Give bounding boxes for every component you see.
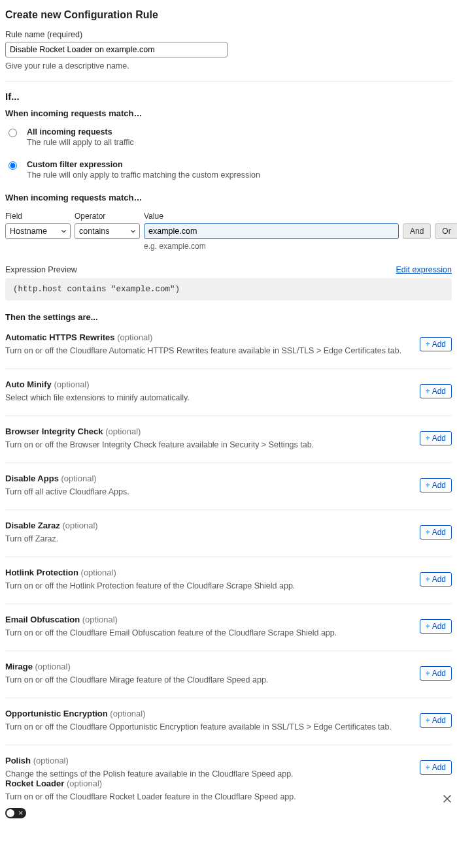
radio-all-requests[interactable]: [8, 129, 17, 137]
setting-desc: Change the settings of the Polish featur…: [5, 769, 407, 779]
add-button[interactable]: + Add: [420, 666, 452, 681]
setting-row: Opportunistic Encryption (optional)Turn …: [5, 709, 452, 745]
setting-desc: Turn on or off the Browser Integrity Che…: [5, 440, 407, 449]
radio-all-desc: The rule will apply to all traffic: [27, 138, 134, 147]
add-button[interactable]: + Add: [420, 619, 452, 634]
radio-custom-filter[interactable]: [8, 161, 17, 170]
add-button[interactable]: + Add: [420, 713, 452, 728]
setting-desc: Turn on or off the Hotlink Protection fe…: [5, 581, 407, 590]
optional-label: (optional): [80, 615, 118, 624]
setting-row: Auto Minify (optional)Select which file …: [5, 379, 452, 416]
if-heading: If...: [5, 91, 452, 102]
setting-desc: Select which file extensions to minify a…: [5, 393, 407, 402]
add-button[interactable]: + Add: [420, 760, 452, 775]
expression-preview-label: Expression Preview: [5, 265, 77, 274]
value-helper: e.g. example.com: [144, 242, 399, 251]
rocket-loader-toggle[interactable]: ✕: [5, 808, 26, 818]
field-select-value: Hostname: [10, 227, 47, 236]
value-label: Value: [144, 212, 399, 221]
edit-expression-link[interactable]: Edit expression: [396, 265, 452, 274]
setting-title: Browser Integrity Check: [5, 426, 103, 436]
or-button[interactable]: Or: [435, 223, 457, 239]
rule-name-helper: Give your rule a descriptive name.: [5, 61, 452, 71]
add-button[interactable]: + Add: [420, 337, 452, 351]
optional-label: (optional): [31, 756, 69, 765]
operator-select[interactable]: contains: [75, 223, 140, 239]
optional-label: (optional): [60, 521, 98, 530]
optional-label: (optional): [64, 779, 102, 788]
setting-row: Polish (optional)Change the settings of …: [5, 756, 452, 779]
setting-row: Disable Apps (optional)Turn off all acti…: [5, 474, 452, 510]
add-button[interactable]: + Add: [420, 431, 452, 445]
value-input[interactable]: [144, 223, 399, 239]
setting-row: Disable Zaraz (optional)Turn off Zaraz.+…: [5, 521, 452, 557]
and-button[interactable]: And: [403, 223, 431, 239]
setting-title: Polish: [5, 756, 31, 765]
page-title: Create new Configuration Rule: [5, 9, 452, 21]
setting-desc: Turn off all active Cloudflare Apps.: [5, 487, 407, 496]
setting-desc: Turn on or off the Cloudflare Email Obfu…: [5, 628, 407, 637]
setting-title: Hotlink Protection: [5, 568, 78, 577]
optional-label: (optional): [52, 379, 90, 389]
setting-title-rocket: Rocket Loader: [5, 779, 64, 788]
toggle-off-icon: ✕: [18, 811, 24, 816]
setting-title: Opportunistic Encryption: [5, 709, 108, 718]
setting-desc: Turn on or off the Cloudflare Mirage fea…: [5, 675, 407, 684]
match-heading: When incoming requests match…: [5, 108, 452, 118]
optional-label: (optional): [103, 426, 141, 436]
setting-row: Automatic HTTPS Rewrites (optional)Turn …: [5, 332, 452, 369]
then-heading: Then the settings are...: [5, 312, 452, 322]
radio-custom-title: Custom filter expression: [27, 160, 260, 169]
setting-title: Auto Minify: [5, 379, 52, 389]
match-heading-2: When incoming requests match…: [5, 193, 452, 202]
field-select[interactable]: Hostname: [5, 223, 71, 239]
rule-name-label: Rule name (required): [5, 30, 452, 39]
operator-label: Operator: [75, 212, 140, 221]
optional-label: (optional): [115, 332, 153, 342]
setting-title: Disable Zaraz: [5, 521, 60, 530]
setting-title: Disable Apps: [5, 474, 59, 483]
divider: [5, 81, 452, 82]
setting-desc: Turn off Zaraz.: [5, 534, 407, 543]
optional-label: (optional): [108, 709, 146, 718]
setting-desc: Turn on or off the Cloudflare Opportunis…: [5, 722, 407, 731]
expression-code: (http.host contains "example.com"): [5, 278, 452, 300]
setting-row: Mirage (optional)Turn on or off the Clou…: [5, 662, 452, 698]
setting-title: Mirage: [5, 662, 33, 671]
close-icon[interactable]: [443, 794, 452, 803]
optional-label: (optional): [78, 568, 116, 577]
add-button[interactable]: + Add: [420, 525, 452, 539]
radio-custom-desc: The rule will only apply to traffic matc…: [27, 170, 260, 180]
setting-desc: Turn on or off the Cloudflare Automatic …: [5, 346, 407, 355]
optional-label: (optional): [59, 474, 97, 483]
toggle-knob: [7, 809, 14, 817]
setting-title: Email Obfuscation: [5, 615, 80, 624]
setting-desc-rocket: Turn on or off the Cloudflare Rocket Loa…: [5, 792, 430, 801]
field-label: Field: [5, 212, 71, 221]
operator-select-value: contains: [79, 227, 110, 236]
optional-label: (optional): [33, 662, 71, 671]
setting-row: Email Obfuscation (optional)Turn on or o…: [5, 615, 452, 651]
add-button[interactable]: + Add: [420, 572, 452, 587]
rule-name-input[interactable]: [5, 42, 228, 57]
radio-all-title: All incoming requests: [27, 127, 134, 137]
setting-title: Automatic HTTPS Rewrites: [5, 332, 115, 342]
setting-row: Hotlink Protection (optional)Turn on or …: [5, 568, 452, 604]
add-button[interactable]: + Add: [420, 478, 452, 492]
add-button[interactable]: + Add: [420, 384, 452, 398]
setting-row: Browser Integrity Check (optional)Turn o…: [5, 426, 452, 463]
